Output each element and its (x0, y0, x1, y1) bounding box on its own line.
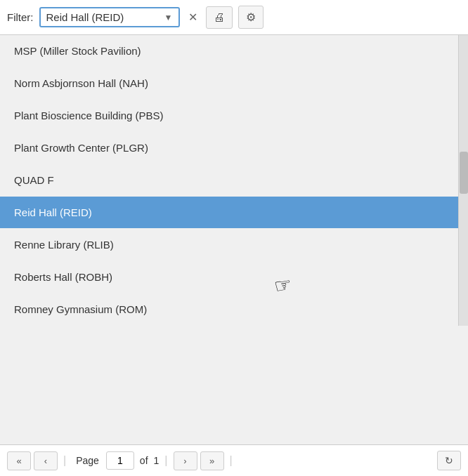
filter-clear-button[interactable]: ✕ (186, 9, 200, 25)
list-item[interactable]: Plant Growth Center (PLGR) (0, 132, 458, 164)
print-icon: 🖨 (214, 11, 225, 23)
list-item[interactable]: Plant Bioscience Building (PBS) (0, 100, 458, 132)
list-item[interactable]: Norm Asbjornson Hall (NAH) (0, 67, 458, 100)
main-container: Filter: Reid Hall (REID) ▼ ✕ 🖨 ⚙ MSP (Mi… (0, 0, 468, 476)
list-item[interactable]: Romney Gymnasium (ROM) (0, 293, 458, 326)
prev-page-button[interactable]: ‹ (34, 451, 58, 470)
separator-3: | (227, 454, 235, 467)
dropdown-scroll-wrapper: MSP (Miller Stock Pavilion) Norm Asbjorn… (0, 35, 468, 326)
separator-2: | (162, 454, 170, 467)
filter-bar: Filter: Reid Hall (REID) ▼ ✕ 🖨 ⚙ (0, 0, 468, 35)
filter-select-wrapper[interactable]: Reid Hall (REID) ▼ (39, 7, 180, 27)
chevron-down-icon: ▼ (164, 13, 173, 22)
last-page-button[interactable]: » (200, 451, 224, 470)
list-item[interactable]: MSP (Miller Stock Pavilion) (0, 35, 458, 67)
item-label: Reid Hall (REID) (14, 206, 92, 218)
gear-icon: ⚙ (246, 11, 256, 23)
page-label: Page (72, 455, 103, 466)
item-label: Norm Asbjornson Hall (NAH) (14, 77, 148, 89)
item-label: Plant Growth Center (PLGR) (14, 142, 148, 154)
scrollbar-thumb[interactable] (460, 152, 468, 194)
total-pages: 1 (154, 455, 160, 466)
dropdown-list: MSP (Miller Stock Pavilion) Norm Asbjorn… (0, 35, 458, 326)
scrollbar-track[interactable] (458, 35, 468, 326)
item-label: QUAD F (14, 174, 54, 186)
filter-label: Filter: (7, 11, 34, 23)
item-label: Plant Bioscience Building (PBS) (14, 110, 164, 121)
refresh-button[interactable]: ↻ (437, 451, 461, 470)
list-item[interactable]: QUAD F (0, 164, 458, 197)
item-label: MSP (Miller Stock Pavilion) (14, 45, 141, 57)
filter-print-button[interactable]: 🖨 (206, 6, 233, 29)
filter-settings-button[interactable]: ⚙ (238, 6, 264, 29)
page-number-input[interactable]: 1 (106, 451, 134, 470)
next-page-button[interactable]: › (174, 451, 197, 470)
of-label: of (137, 455, 151, 466)
first-page-button[interactable]: « (7, 451, 31, 470)
item-label: Renne Library (RLIB) (14, 239, 114, 251)
item-label: Romney Gymnasium (ROM) (14, 303, 147, 315)
list-item-selected[interactable]: Reid Hall (REID) (0, 197, 458, 229)
pagination-bar: « ‹ | Page 1 of 1 | › » | ↻ (0, 444, 468, 476)
item-label: Roberts Hall (ROBH) (14, 271, 112, 283)
filter-selected-value: Reid Hall (REID) (46, 11, 160, 23)
separator-1: | (60, 454, 69, 467)
list-item[interactable]: Roberts Hall (ROBH) (0, 261, 458, 293)
list-item[interactable]: Renne Library (RLIB) (0, 229, 458, 261)
